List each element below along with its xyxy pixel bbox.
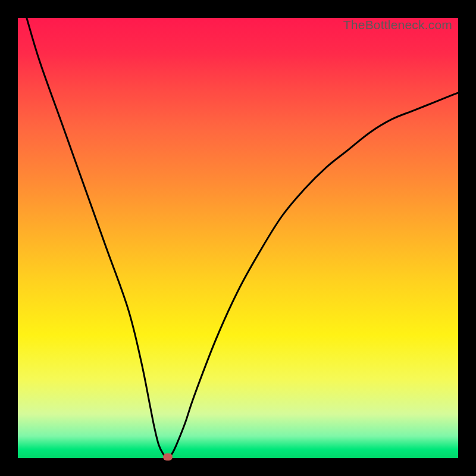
- chart-stage: TheBottleneck.com: [0, 0, 476, 476]
- minimum-marker: [163, 453, 173, 461]
- chart-plot-area: TheBottleneck.com: [18, 18, 458, 458]
- series-curve: [18, 18, 458, 458]
